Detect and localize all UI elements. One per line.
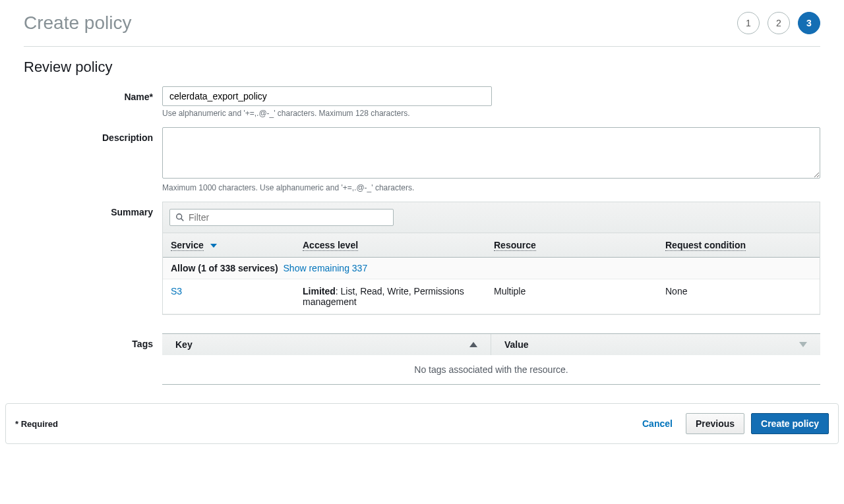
sort-desc-icon: [799, 342, 807, 347]
name-input[interactable]: [162, 86, 492, 106]
col-header-request[interactable]: Request condition: [657, 233, 820, 257]
wizard-step-1[interactable]: 1: [737, 12, 760, 34]
col-header-value[interactable]: Value: [491, 334, 820, 355]
tags-empty-text: No tags associated with the resource.: [162, 355, 820, 384]
previous-button[interactable]: Previous: [686, 413, 744, 434]
col-header-key[interactable]: Key: [162, 334, 491, 355]
table-row: S3 Limited: List, Read, Write, Permissio…: [163, 279, 820, 314]
allow-summary: Allow (1 of 338 services) Show remaining…: [163, 258, 820, 279]
required-note: * Required: [15, 419, 58, 429]
resource-cell: Multiple: [486, 279, 657, 314]
wizard-steps: 1 2 3: [737, 12, 820, 34]
show-remaining-link[interactable]: Show remaining 337: [284, 263, 368, 273]
tags-label: Tags: [24, 333, 162, 385]
name-label: Name*: [24, 86, 162, 118]
create-policy-button[interactable]: Create policy: [751, 413, 829, 434]
filter-wrap[interactable]: [169, 209, 394, 226]
col-header-service[interactable]: Service: [163, 233, 295, 257]
svg-point-0: [177, 214, 182, 219]
search-icon: [175, 213, 185, 222]
footer-bar: * Required Cancel Previous Create policy: [5, 403, 839, 444]
summary-label: Summary: [24, 202, 162, 315]
svg-line-1: [181, 219, 184, 221]
page-title: Create policy: [24, 13, 131, 34]
col-header-access[interactable]: Access level: [295, 233, 486, 257]
access-level-cell: Limited: List, Read, Write, Permissions …: [295, 279, 486, 314]
review-title: Review policy: [24, 59, 820, 76]
sort-asc-icon: [469, 342, 477, 347]
filter-input[interactable]: [189, 212, 388, 223]
description-textarea[interactable]: [162, 127, 820, 179]
name-hint: Use alphanumeric and '+=,.@-_' character…: [162, 109, 820, 118]
col-header-resource[interactable]: Resource: [486, 233, 657, 257]
wizard-step-3[interactable]: 3: [798, 12, 820, 34]
wizard-step-2[interactable]: 2: [768, 12, 790, 34]
description-hint: Maximum 1000 characters. Use alphanumeri…: [162, 183, 820, 192]
summary-panel: Service Access level Resource Request co…: [162, 202, 820, 315]
chevron-down-icon: [210, 244, 217, 248]
service-link[interactable]: S3: [171, 286, 182, 296]
tags-panel: Key Value No tags associated with the re…: [162, 333, 820, 385]
request-condition-cell: None: [657, 279, 820, 314]
divider: [24, 46, 820, 47]
description-label: Description: [24, 127, 162, 192]
cancel-button[interactable]: Cancel: [636, 414, 679, 433]
